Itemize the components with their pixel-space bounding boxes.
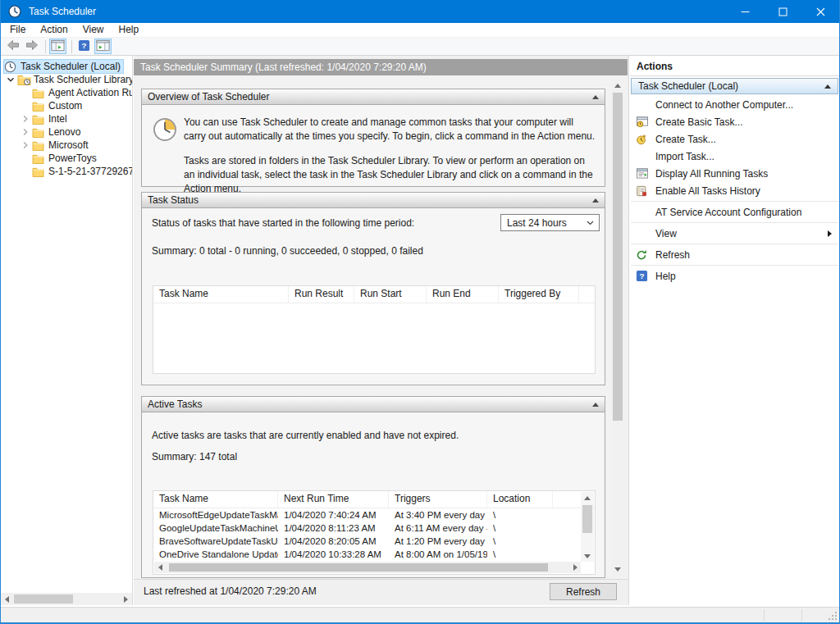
tree-item-content[interactable]: Lenovo bbox=[32, 125, 83, 139]
actions-separator bbox=[631, 222, 838, 223]
help-button[interactable]: ? bbox=[75, 39, 93, 54]
tree-item-task-scheduler-local[interactable]: Task Scheduler (Local) bbox=[1, 60, 132, 73]
app-clock-icon bbox=[8, 5, 21, 18]
tree-item-content[interactable]: Intel bbox=[32, 112, 70, 125]
chevron-right-icon[interactable] bbox=[19, 128, 32, 136]
scroll-up-icon[interactable] bbox=[611, 79, 624, 92]
menu-file[interactable]: File bbox=[2, 23, 33, 37]
table-cell: \ bbox=[487, 523, 553, 533]
column-header-location[interactable]: Location bbox=[487, 491, 553, 508]
action-create-task[interactable]: Create Task... bbox=[630, 130, 839, 148]
menu-view[interactable]: View bbox=[75, 23, 112, 37]
folder-icon bbox=[32, 88, 46, 98]
table-vertical-scrollbar[interactable] bbox=[581, 492, 594, 562]
tree-item-lenovo[interactable]: Lenovo bbox=[1, 125, 132, 139]
tree-item-content[interactable]: Microsoft bbox=[32, 139, 91, 152]
close-button[interactable] bbox=[801, 0, 839, 23]
column-header-next-run-time[interactable]: Next Run Time bbox=[278, 491, 389, 508]
console-tree: Task Scheduler (Local)Task Scheduler Lib… bbox=[1, 60, 132, 178]
table-row[interactable]: BraveSoftwareUpdateTaskUserS-1-...1/04/2… bbox=[153, 535, 595, 548]
tree-item-powertoys[interactable]: PowerToys bbox=[1, 152, 132, 165]
actions-group-header[interactable]: Task Scheduler (Local) bbox=[631, 78, 838, 94]
column-header-run-end[interactable]: Run End bbox=[427, 286, 499, 303]
action-display-all-running-tasks[interactable]: Display All Running Tasks bbox=[630, 165, 839, 182]
menu-help[interactable]: Help bbox=[112, 23, 147, 37]
action-help[interactable]: ?Help bbox=[630, 267, 839, 285]
action-import-task[interactable]: Import Task... bbox=[630, 148, 839, 165]
scroll-up-icon[interactable] bbox=[581, 492, 594, 503]
tree-item-content[interactable]: Task Scheduler (Local) bbox=[4, 60, 123, 73]
chevron-down-icon bbox=[587, 221, 594, 225]
tree-item-content[interactable]: Custom bbox=[32, 99, 84, 112]
scroll-down-icon[interactable] bbox=[581, 550, 594, 562]
table-row[interactable]: MicrosoftEdgeUpdateTaskMachine...1/04/20… bbox=[153, 508, 595, 522]
column-header-triggered-by[interactable]: Triggered By bbox=[499, 286, 579, 303]
tree-item-content[interactable]: Task Scheduler Library bbox=[17, 73, 133, 86]
tree-item-content[interactable]: S-1-5-21-3772926790- bbox=[32, 165, 133, 178]
column-header-triggers[interactable]: Triggers bbox=[389, 491, 487, 508]
scroll-left-icon[interactable] bbox=[154, 562, 166, 573]
scrollbar-thumb[interactable] bbox=[169, 563, 548, 572]
back-arrow-button[interactable] bbox=[4, 39, 21, 54]
tree-item-s-1-5-21-3772926790[interactable]: S-1-5-21-3772926790- bbox=[1, 165, 132, 178]
column-header-task-name[interactable]: Task Name bbox=[153, 286, 289, 303]
scroll-right-icon[interactable] bbox=[569, 562, 581, 573]
refresh-button[interactable]: Refresh bbox=[550, 583, 617, 600]
collapse-icon[interactable] bbox=[592, 403, 599, 407]
tree-item-content[interactable]: Agent Activation Runt bbox=[32, 86, 133, 99]
tree-horizontal-scrollbar[interactable] bbox=[1, 593, 132, 605]
collapse-icon[interactable] bbox=[592, 95, 599, 99]
column-header-run-start[interactable]: Run Start bbox=[354, 286, 427, 303]
action-enable-all-tasks-history[interactable]: Enable All Tasks History bbox=[630, 182, 839, 199]
action-create-basic-task[interactable]: Create Basic Task... bbox=[630, 113, 839, 130]
tasks-history-icon bbox=[636, 185, 650, 197]
scroll-right-icon[interactable] bbox=[120, 593, 132, 605]
task-scheduler-window: Task Scheduler FileActionViewHelp ? Task… bbox=[0, 0, 840, 624]
tree-item-custom[interactable]: Custom bbox=[1, 99, 132, 112]
statusbar-divider bbox=[801, 609, 802, 622]
resize-grip[interactable] bbox=[828, 611, 838, 622]
chevron-right-icon[interactable] bbox=[19, 115, 32, 123]
summary-vertical-scrollbar[interactable] bbox=[611, 79, 624, 576]
tree-item-task-scheduler-library[interactable]: Task Scheduler Library bbox=[1, 73, 132, 86]
time-period-select[interactable]: Last 24 hours bbox=[500, 214, 600, 231]
scrollbar-thumb[interactable] bbox=[14, 594, 73, 604]
maximize-button[interactable] bbox=[764, 0, 801, 23]
overview-section: Overview of Task Scheduler You can use T… bbox=[141, 89, 605, 187]
action-at-service-account-configuration[interactable]: AT Service Account Configuration bbox=[630, 203, 839, 221]
show-console-tree-button[interactable] bbox=[49, 39, 66, 54]
action-view[interactable]: View bbox=[630, 225, 839, 242]
action-item-label: Display All Running Tasks bbox=[655, 168, 768, 180]
forward-arrow-button[interactable] bbox=[23, 39, 40, 54]
table-cell: OneDrive Standalone Update Task-... bbox=[153, 549, 278, 559]
tree-item-microsoft[interactable]: Microsoft bbox=[1, 139, 132, 152]
table-row[interactable]: OneDrive Standalone Update Task-...1/04/… bbox=[153, 548, 595, 561]
show-action-pane-button[interactable] bbox=[94, 39, 112, 54]
tree-item-agent-activation-runt[interactable]: Agent Activation Runt bbox=[1, 86, 132, 99]
task-status-section-header[interactable]: Task Status bbox=[142, 193, 605, 208]
menu-action[interactable]: Action bbox=[33, 23, 75, 37]
column-header-run-result[interactable]: Run Result bbox=[289, 286, 354, 303]
minimize-button[interactable] bbox=[726, 0, 764, 23]
collapse-icon[interactable] bbox=[592, 198, 599, 203]
chevron-down-icon[interactable] bbox=[4, 75, 17, 84]
action-connect-to-another-computer[interactable]: Connect to Another Computer... bbox=[630, 96, 839, 113]
table-horizontal-scrollbar[interactable] bbox=[154, 562, 581, 573]
tree-item-content[interactable]: PowerToys bbox=[32, 152, 99, 165]
scrollbar-thumb[interactable] bbox=[582, 505, 592, 533]
collapse-icon[interactable] bbox=[824, 84, 831, 89]
table-cell: \ bbox=[487, 549, 553, 559]
action-item-label: AT Service Account Configuration bbox=[655, 207, 801, 218]
active-tasks-section-header[interactable]: Active Tasks bbox=[142, 397, 605, 412]
overview-section-header[interactable]: Overview of Task Scheduler bbox=[142, 89, 605, 105]
scroll-left-icon[interactable] bbox=[1, 593, 13, 605]
time-period-value: Last 24 hours bbox=[507, 217, 567, 229]
tree-item-intel[interactable]: Intel bbox=[1, 112, 132, 125]
chevron-right-icon[interactable] bbox=[19, 141, 32, 149]
column-header-task-name[interactable]: Task Name bbox=[153, 491, 278, 508]
scroll-down-icon[interactable] bbox=[611, 563, 624, 576]
overview-paragraph: You can use Task Scheduler to create and… bbox=[184, 116, 596, 143]
action-refresh[interactable]: Refresh bbox=[630, 246, 839, 263]
table-row[interactable]: GoogleUpdateTaskMachineUA1/04/2020 8:11:… bbox=[153, 522, 595, 535]
scrollbar-thumb[interactable] bbox=[613, 93, 623, 421]
